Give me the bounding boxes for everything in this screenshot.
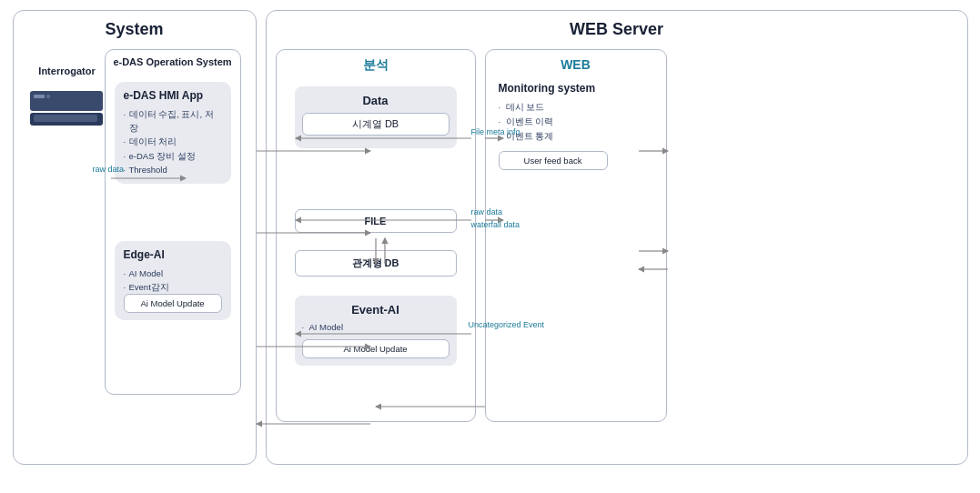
eventai-box: Event-AI AI Model Ai Model Update: [295, 296, 457, 366]
sigyeol-db: 시계열 DB: [302, 113, 450, 136]
label-uncategorized: Uncategorized Event: [469, 320, 545, 329]
monitoring-item-1: 데시 보드: [499, 100, 655, 115]
edgeai-items: AI Model Event감지: [124, 267, 222, 294]
hmi-title: e-DAS HMI App: [124, 89, 222, 102]
svg-rect-3: [46, 95, 50, 98]
ai-model-update2-button[interactable]: Ai Model Update: [302, 339, 450, 358]
analysis-panel: 분석 Data 시계열 DB FILE 관계형 DB Event-AI AI M…: [276, 49, 476, 422]
monitoring-title: Monitoring system: [499, 82, 655, 95]
monitoring-box: Monitoring system 데시 보드 이벤트 이력 이벤트 통계 Us…: [499, 82, 655, 170]
interrogator-box: Interrogator: [26, 65, 108, 132]
edgeai-box: Edge-AI AI Model Event감지 Ai Model Update: [115, 241, 231, 320]
hmi-item-1: 데이터 수집, 표시, 저장: [124, 107, 222, 135]
hmi-item-4: Threshold: [124, 163, 222, 176]
eventai-item-1: AI Model: [302, 320, 450, 334]
file-box: FILE: [295, 209, 457, 233]
svg-rect-4: [34, 115, 97, 122]
ai-model-update-button[interactable]: Ai Model Update: [124, 294, 222, 313]
monitoring-items: 데시 보드 이벤트 이력 이벤트 통계: [499, 100, 655, 144]
edgeai-title: Edge-AI: [124, 248, 222, 261]
hmi-item-3: e-DAS 장비 설정: [124, 149, 222, 163]
system-section: System Interrogator e-DAS Operation Syst…: [13, 10, 257, 465]
reldb-box: 관계형 DB: [295, 250, 457, 277]
eventai-items: AI Model: [302, 320, 450, 334]
hmi-items: 데이터 수집, 표시, 저장 데이터 처리 e-DAS 장비 설정 Thresh…: [124, 107, 222, 176]
monitoring-item-2: 이벤트 이력: [499, 115, 655, 129]
webserver-section: WEB Server 분석 Data 시계열 DB FILE 관계형 DB Ev…: [266, 10, 968, 465]
label-raw-data: raw data: [93, 165, 125, 174]
edas-op-title: e-DAS Operation System: [106, 50, 240, 71]
hmi-box: e-DAS HMI App 데이터 수집, 표시, 저장 데이터 처리 e-DA…: [115, 82, 231, 184]
monitoring-item-3: 이벤트 통계: [499, 129, 655, 144]
user-feedback-button[interactable]: User feed back: [499, 151, 608, 170]
edgeai-item-1: AI Model: [124, 267, 222, 280]
system-title: System: [14, 11, 256, 45]
data-box: Data 시계열 DB: [295, 86, 457, 148]
edas-op-panel: e-DAS Operation System e-DAS HMI App 데이터…: [105, 49, 241, 395]
web-title: WEB: [486, 50, 666, 75]
analysis-title: 분석: [277, 50, 475, 77]
edgeai-item-2: Event감지: [124, 280, 222, 294]
interrogator-label: Interrogator: [26, 65, 108, 76]
data-box-title: Data: [302, 94, 450, 107]
web-panel: WEB Monitoring system 데시 보드 이벤트 이력 이벤트 통…: [485, 49, 667, 422]
label-file-meta: File meta info: [471, 127, 520, 136]
device-icon: [28, 82, 106, 132]
webserver-title: WEB Server: [267, 11, 967, 45]
hmi-item-2: 데이터 처리: [124, 135, 222, 148]
svg-rect-2: [34, 95, 45, 98]
label-raw-waterfall: raw datawaterfall data: [471, 206, 520, 231]
svg-rect-0: [30, 91, 103, 111]
eventai-title: Event-AI: [302, 303, 450, 317]
diagram-container: System Interrogator e-DAS Operation Syst…: [13, 10, 968, 483]
